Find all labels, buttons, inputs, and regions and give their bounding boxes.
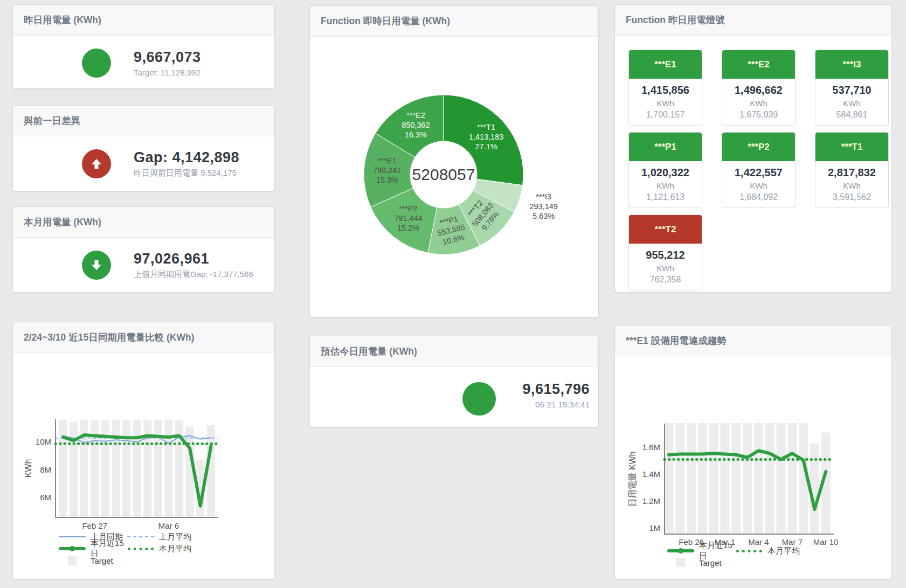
card-title: 昨日用電量 (KWh) — [13, 5, 274, 36]
tile-target: 762,358 — [629, 275, 702, 290]
card-title: 2/24~3/10 近15日同期用電量比較 (KWh) — [13, 322, 274, 353]
tile-header: ***P1 — [629, 133, 702, 161]
tile-unit: KWh — [722, 99, 795, 108]
tile-target: 1,684,092 — [722, 192, 795, 207]
trend-chart-legend: 本月近15日 本月平均 Target — [667, 545, 804, 569]
legend-label: Target — [91, 556, 113, 565]
card-title: 與前一日差異 — [13, 106, 274, 136]
legend-label: 上月平均 — [159, 532, 191, 542]
tile-target: 584,861 — [815, 110, 888, 125]
lights-tile-grid: ***E1 1,415,856 KWh 1,700,157 ***E2 1,49… — [628, 50, 889, 290]
card-realtime-usage-donut: Function 即時日用電量 (KWh) ***T11,413,18327.1… — [309, 5, 599, 317]
legend-label: 本月平均 — [159, 544, 191, 554]
tile-header: ***I3 — [815, 50, 888, 79]
legend-line-blue-icon — [59, 536, 86, 537]
card-forecast-today: 預估今日用電量 (KWh) 9,615,796 06-21 15:34:41 — [309, 336, 599, 427]
kpi-value: Gap: 4,142,898 — [134, 149, 239, 166]
legend-dash-blue-icon — [127, 536, 154, 537]
tile-value: 1,422,557 — [722, 167, 795, 179]
svg-text:1.2M: 1.2M — [642, 496, 660, 506]
kpi-value: 9,667,073 — [134, 49, 201, 66]
tile-value: 1,020,322 — [629, 167, 702, 179]
tile-value: 537,710 — [815, 84, 888, 96]
light-tile-e1[interactable]: ***E1 1,415,856 KWh 1,700,157 — [628, 50, 702, 126]
card-yesterday-lights: Function 昨日用電燈號 ***E1 1,415,856 KWh 1,70… — [614, 4, 892, 293]
svg-text:1M: 1M — [649, 523, 660, 532]
light-tile-t1[interactable]: ***T1 2,817,832 KWh 3,591,562 — [815, 132, 889, 208]
tile-unit: KWh — [629, 264, 702, 273]
svg-text:1.4M: 1.4M — [642, 469, 660, 479]
light-tile-p1[interactable]: ***P1 1,020,322 KWh 1,121,613 — [628, 132, 702, 208]
tile-unit: KWh — [629, 181, 702, 190]
kpi-value: 9,615,796 — [522, 381, 590, 398]
tile-target: 1,675,939 — [722, 110, 795, 125]
card-title: Function 即時日用電量 (KWh) — [310, 6, 598, 37]
svg-text:Feb 27: Feb 27 — [82, 521, 107, 530]
card-month-usage: 本月用電量 (KWh) 97,026,961 上個月同期用電Gap: -17,3… — [12, 206, 275, 293]
legend-target-square-icon — [667, 558, 694, 567]
kpi-subtext: Target: 11,128,992 — [134, 68, 201, 77]
tile-header: ***T1 — [815, 133, 888, 161]
card-yesterday-usage: 昨日用電量 (KWh) 9,667,073 Target: 11,128,992 — [12, 4, 275, 89]
legend-target-square-icon — [59, 556, 86, 565]
card-title: 預估今日用電量 (KWh) — [310, 336, 598, 367]
tile-value: 2,817,832 — [815, 167, 888, 179]
card-e1-trend-chart: ***E1 設備用電達成趨勢 1.6M1.4M1.2M1MFeb 26Mar 1… — [614, 325, 892, 579]
svg-text:8M: 8M — [40, 465, 51, 474]
svg-text:6M: 6M — [40, 493, 51, 502]
card-title: ***E1 設備用電達成趨勢 — [615, 326, 891, 356]
tile-target: 3,591,562 — [815, 192, 888, 207]
card-15day-compare-chart: 2/24~3/10 近15日同期用電量比較 (KWh) 10M8M6MFeb 2… — [12, 322, 275, 579]
status-circle-icon — [82, 49, 111, 78]
tile-value: 1,415,856 — [629, 84, 702, 96]
status-circle-icon — [462, 382, 496, 416]
legend-label: 本月平均 — [767, 546, 800, 556]
tile-header: ***E2 — [722, 50, 795, 79]
compare-chart-legend: 上月同期 上月平均 本月近15日 本月平均 Target — [59, 531, 196, 566]
legend-dot-green-icon — [127, 548, 154, 550]
light-tile-e2[interactable]: ***E2 1,496,662 KWh 1,675,939 — [722, 50, 796, 126]
svg-text:10M: 10M — [36, 437, 51, 446]
card-title: Function 昨日用電燈號 — [615, 5, 891, 36]
tile-target: 1,121,613 — [629, 192, 702, 207]
tile-header: ***P2 — [722, 133, 795, 161]
kpi-subtext: 昨日與前日用電量 5,524,175 — [134, 168, 239, 178]
realtime-donut-chart: ***T11,413,18327.1%***I3293,1495.63%***T… — [310, 37, 598, 317]
tile-header: ***E1 — [629, 50, 702, 79]
kpi-value: 97,026,961 — [134, 251, 253, 267]
svg-text:***I3293,1495.63%: ***I3293,1495.63% — [529, 192, 557, 220]
light-tile-t2[interactable]: ***T2 955,212 KWh 762,358 — [628, 215, 702, 290]
tile-value: 1,496,662 — [722, 84, 795, 96]
tile-header: ***T2 — [629, 215, 702, 244]
tile-unit: KWh — [815, 99, 888, 108]
arrow-down-icon — [82, 251, 111, 280]
svg-text:Mar 10: Mar 10 — [813, 537, 839, 547]
card-title: 本月用電量 (KWh) — [13, 207, 274, 238]
arrow-up-icon — [82, 149, 111, 178]
svg-text:Mar 6: Mar 6 — [158, 521, 179, 530]
legend-thick-green-icon — [59, 547, 86, 550]
svg-text:KWh: KWh — [24, 459, 33, 478]
svg-text:日用電量 KWh: 日用電量 KWh — [628, 451, 637, 507]
light-tile-i3[interactable]: ***I3 537,710 KWh 584,861 — [815, 50, 889, 126]
kpi-subtext: 上個月同期用電Gap: -17,377,566 — [134, 269, 253, 280]
legend-label: Target — [699, 558, 722, 568]
light-tile-p2[interactable]: ***P2 1,422,557 KWh 1,684,092 — [722, 132, 796, 208]
tile-unit: KWh — [722, 181, 795, 190]
legend-dot-green-icon — [736, 550, 763, 552]
svg-text:5208057: 5208057 — [412, 165, 475, 183]
tile-target: 1,700,157 — [629, 110, 702, 125]
tile-value: 955,212 — [629, 249, 702, 261]
card-gap-vs-previous-day: 與前一日差異 Gap: 4,142,898 昨日與前日用電量 5,524,175 — [12, 105, 275, 191]
svg-text:1.6M: 1.6M — [642, 442, 660, 452]
tile-unit: KWh — [629, 99, 702, 108]
tile-unit: KWh — [815, 181, 888, 190]
kpi-timestamp: 06-21 15:34:41 — [522, 400, 590, 409]
legend-thick-green-icon — [667, 549, 694, 552]
